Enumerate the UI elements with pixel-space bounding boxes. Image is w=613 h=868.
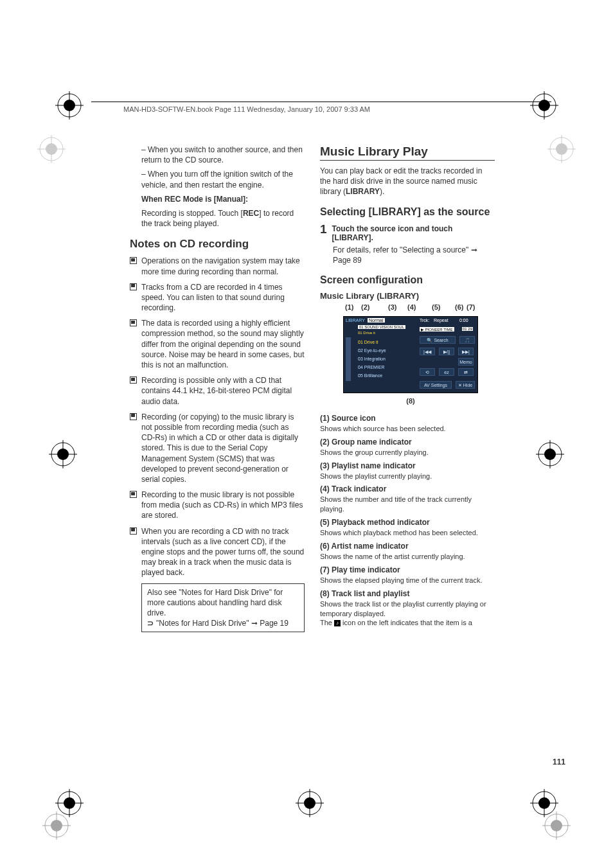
- body-text: Recording is stopped. Touch [REC] to rec…: [141, 208, 305, 229]
- item-text: Shows the name of the artist currently p…: [320, 552, 495, 562]
- registration-mark-icon: [42, 811, 71, 840]
- right-column: Music Library Play You can play back or …: [320, 145, 495, 628]
- running-header: MAN-HD3-SOFTW-EN.book Page 111 Wednesday…: [123, 105, 370, 113]
- section-heading: Music Library Play: [320, 145, 495, 161]
- bullet-list: Operations on the navigation system may …: [130, 256, 305, 578]
- ui-screenshot: LIBRARY Normal Trck: Repeat 0:00 01 SOUN…: [343, 316, 478, 393]
- track-row[interactable]: 04 PREMIER: [358, 365, 385, 369]
- memo-indicator: 🎵: [459, 336, 475, 344]
- info-crossref: "Notes for Hard Disk Drive" ➞ Page 19: [147, 618, 299, 628]
- track-row[interactable]: 01 Drive it: [358, 340, 378, 344]
- mode-label: Normal: [368, 318, 385, 323]
- av-settings-button[interactable]: AV Settings: [420, 381, 452, 389]
- callout-label: (7): [466, 303, 475, 311]
- list-item: Recording (or copying) to the music libr…: [130, 412, 305, 484]
- hide-button[interactable]: ✕ Hide: [456, 381, 475, 389]
- track-mode: Repeat: [434, 318, 449, 323]
- header-rule: [91, 102, 551, 102]
- scroll-up-icon[interactable]: [346, 337, 351, 381]
- registration-mark-icon: [49, 440, 77, 468]
- step: 1 Touch the source icon and touch [LIBRA…: [320, 223, 495, 242]
- item-text: Shows the playlist currently playing.: [320, 472, 495, 481]
- ez-button[interactable]: ez: [439, 368, 454, 376]
- info-text: Also see "Notes for Hard Disk Drive" for…: [147, 587, 299, 619]
- play-pause-button[interactable]: ▶/||: [439, 348, 454, 355]
- subsection-heading: Selecting [LIBRARY] as the source: [320, 206, 495, 218]
- track-row[interactable]: 05 Brilliance: [358, 373, 382, 378]
- step-sub: For details, refer to "Selecting a sourc…: [333, 245, 495, 265]
- callout-label: (8): [343, 397, 478, 405]
- item-text: Shows which source has been selected.: [320, 424, 495, 434]
- shuffle-button[interactable]: ⇄: [458, 368, 474, 376]
- item-heading: (4) Track indicator: [320, 484, 495, 493]
- list-item: Operations on the navigation system may …: [130, 256, 305, 276]
- section-heading: Notes on CD recording: [130, 238, 305, 251]
- note-icon: ♪: [334, 620, 341, 626]
- search-button[interactable]: 🔍 Search: [420, 336, 456, 344]
- registration-mark-icon: [542, 811, 571, 840]
- body-text: – When you turn off the ignition switch …: [141, 169, 305, 190]
- body-text-bold: When REC Mode is [Manual]:: [141, 194, 305, 204]
- track-row[interactable]: 03 Integration: [358, 357, 386, 361]
- callout-label: (5): [432, 303, 440, 311]
- playlist-name: 01 Drive it: [358, 331, 375, 335]
- time-display: 0:00: [459, 318, 468, 323]
- item-heading: (8) Track list and playlist: [320, 589, 495, 598]
- track-caption: Trck:: [420, 318, 429, 323]
- registration-mark-icon: [530, 91, 558, 120]
- screenshot-figure: LIBRARY Normal Trck: Repeat 0:00 01 SOUN…: [343, 316, 495, 393]
- prev-button[interactable]: |◀◀: [420, 348, 435, 355]
- list-item: Tracks from a CD are recorded in 4 times…: [130, 282, 305, 314]
- step-text: Touch the source icon and touch [LIBRARY…: [332, 223, 495, 242]
- callout-label: (4): [407, 303, 416, 311]
- item-text: Shows the number and title of the track …: [320, 495, 495, 514]
- item-text: Shows the track list or the playlist cur…: [320, 599, 495, 619]
- memo-button[interactable]: Memo: [458, 358, 474, 366]
- callout-label: (2): [361, 303, 369, 311]
- next-button[interactable]: ▶▶|: [458, 348, 474, 355]
- registration-mark-icon: [55, 91, 84, 120]
- group-name: 01 SOUND VISION SOUL: [358, 325, 405, 329]
- item-heading: (5) Playback method indicator: [320, 518, 495, 527]
- item-heading: (1) Source icon: [320, 414, 495, 423]
- item-heading: (7) Play time indicator: [320, 565, 495, 574]
- registration-mark-icon: [37, 135, 66, 163]
- body-text: – When you switch to another source, and…: [141, 145, 305, 165]
- item-heading: (6) Artist name indicator: [320, 542, 495, 551]
- item-text: Shows which playback method has been sel…: [320, 528, 495, 538]
- list-item: Recording to the music library is not po…: [130, 490, 305, 521]
- track-count: 01 29: [462, 327, 473, 331]
- step-number: 1: [320, 223, 327, 242]
- list-item: The data is recorded using a highly effi…: [130, 318, 305, 370]
- repeat-button[interactable]: ⟲: [420, 368, 435, 376]
- subsection-heading: Screen configuration: [320, 274, 495, 286]
- item-text: Shows the group currently playing.: [320, 448, 495, 457]
- item-text: The ♪ icon on the left indicates that th…: [320, 618, 495, 628]
- callout-row: (1) (2) (3) (4) (5) (6) (7): [343, 303, 478, 312]
- item-heading: (3) Playlist name indicator: [320, 461, 495, 470]
- artist-caption: ▶ PIONEER TIME: [420, 327, 454, 332]
- page-number: 111: [553, 757, 565, 766]
- body-text: You can play back or edit the tracks rec…: [320, 166, 495, 197]
- source-label: LIBRARY: [346, 318, 365, 323]
- track-row[interactable]: 02 Eye-to-eye: [358, 348, 386, 353]
- list-item: Recording is possible only with a CD tha…: [130, 375, 305, 407]
- callout-label: (3): [388, 303, 396, 311]
- left-column: – When you switch to another source, and…: [130, 145, 305, 632]
- page-content: – When you switch to another source, and…: [116, 145, 565, 755]
- figure-caption: Music Library (LIBRARY): [320, 291, 495, 301]
- info-box: Also see "Notes for Hard Disk Drive" for…: [141, 583, 305, 633]
- callout-label: (1): [345, 303, 353, 311]
- list-item: When you are recording a CD with no trac…: [130, 526, 305, 578]
- item-text: Shows the elapsed playing time of the cu…: [320, 576, 495, 585]
- item-heading: (2) Group name indicator: [320, 438, 495, 447]
- callout-label: (6): [455, 303, 463, 311]
- registration-mark-icon: [296, 789, 324, 817]
